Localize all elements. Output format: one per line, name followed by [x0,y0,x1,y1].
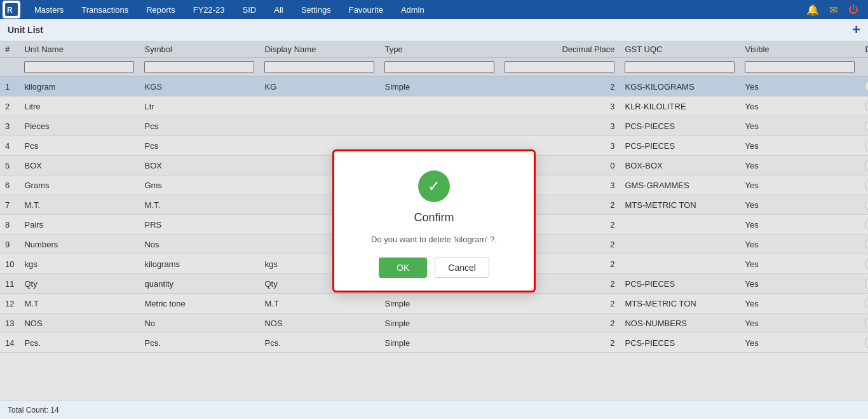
nav-favourite[interactable]: Favourite [340,0,392,19]
notification-icon[interactable]: 🔔 [806,3,820,17]
navbar: R Masters Transactions Reports FY22-23 S… [0,0,868,19]
page-footer: Total Count: 14 [0,401,868,418]
confirm-modal: ✓ Confirm Do you want to delete 'kilogra… [332,149,536,292]
nav-reports[interactable]: Reports [137,0,184,19]
modal-message: Do you want to delete 'kilogram' ?. [371,233,497,246]
nav-icon-group: 🔔 ✉ ⏻ [806,3,865,17]
table-container: # Unit Name Symbol Display Name Type Dec… [0,41,868,401]
modal-overlay: ✓ Confirm Do you want to delete 'kilogra… [0,41,868,401]
app-logo[interactable]: R [3,1,20,18]
confirm-icon: ✓ [418,170,450,202]
nav-sid[interactable]: SID [234,0,266,19]
nav-admin[interactable]: Admin [392,0,433,19]
power-icon[interactable]: ⏻ [846,3,860,17]
svg-text:R: R [7,6,13,15]
check-icon: ✓ [428,177,440,195]
modal-ok-button[interactable]: OK [379,258,427,278]
nav-masters[interactable]: Masters [25,0,72,19]
nav-transactions[interactable]: Transactions [72,0,137,19]
add-button[interactable]: + [852,23,860,37]
page-title: Unit List [8,25,43,35]
total-count: Total Count: 14 [8,406,59,415]
nav-all[interactable]: All [265,0,292,19]
mail-icon[interactable]: ✉ [826,3,840,17]
nav-settings[interactable]: Settings [292,0,340,19]
modal-title: Confirm [414,211,454,224]
modal-buttons: OK Cancel [379,258,489,278]
nav-fy2223[interactable]: FY22-23 [184,0,234,19]
page-header: Unit List + [0,19,868,41]
modal-cancel-button[interactable]: Cancel [435,258,489,278]
